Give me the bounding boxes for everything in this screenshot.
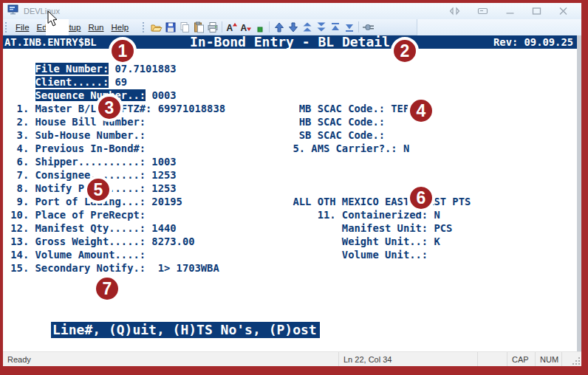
window-preview-icon[interactable] <box>477 7 488 16</box>
terminal-line: 10. Place of PreRecpt: 11. Containerized… <box>3 208 577 221</box>
terminal-line: 12. Manifest Qty.....: 1440 Manifest Uni… <box>3 221 577 235</box>
annotation-circle-6: 6 <box>407 184 435 212</box>
terminal-text: 10. Place of PreRecpt: 11. Containerized… <box>4 209 440 221</box>
record-icon[interactable] <box>253 21 267 34</box>
toolbar-empty-area <box>417 19 581 35</box>
status-cursor-position: Ln 22, Col 34 <box>339 352 478 366</box>
terminal-line: File Number: 07.7101883 <box>3 62 577 75</box>
terminal-text <box>4 76 35 88</box>
terminal-line: 4. Previous In-Bond#: 5. AMS Carrier?.: … <box>3 142 577 155</box>
status-ready: Ready <box>3 352 339 366</box>
copy-icon[interactable] <box>177 21 191 34</box>
terminal-line <box>3 49 577 62</box>
resize-grip[interactable] <box>571 352 581 366</box>
mouse-cursor-icon <box>47 11 58 30</box>
terminal-line: Sequence Number..: 0003 <box>3 89 577 102</box>
terminal-line: 3. Sub-House Number.: SB SCAC Code.: <box>3 128 577 142</box>
menu-items: FileEditSetupRunHelp <box>12 23 132 32</box>
screen-title: In-Bond Entry - BL Detail <box>190 35 390 49</box>
annotation-circle-1: 1 <box>109 37 137 65</box>
terminal-text: 12. Manifest Qty.....: 1440 Manifest Uni… <box>4 222 452 234</box>
terminal-text: 1. Master B/L or FTZ#: 69971018838 MB SC… <box>4 103 416 114</box>
toolbar-grip[interactable] <box>143 22 146 32</box>
minimize-button[interactable] <box>505 7 515 16</box>
terminal-text: 15. Secondary Notify.: 1> 1703WBA <box>4 262 219 274</box>
terminal-text: 69 <box>109 76 127 88</box>
menu-bar: FileEditSetupRunHelp AA <box>3 19 581 35</box>
menu-item-help[interactable]: Help <box>108 23 133 32</box>
toolbar-separator <box>222 21 222 32</box>
status-empty-cell <box>562 352 571 366</box>
svg-text:A: A <box>240 23 247 33</box>
scroll-bottom-icon[interactable] <box>342 21 356 34</box>
print-icon[interactable] <box>205 21 219 34</box>
status-num-lock: NUM <box>536 352 562 366</box>
annotation-circle-5: 5 <box>84 176 112 204</box>
page-down-icon[interactable] <box>314 21 328 34</box>
connect-icon[interactable] <box>361 21 375 34</box>
terminal-text: 0003 <box>146 89 177 101</box>
screen-program-name: AT.INB.ENTRY$BL <box>4 35 97 49</box>
prompt-line: Line#, (Q)uit, (H)TS No's, (P)ost <box>3 310 577 323</box>
page-up-icon[interactable] <box>300 21 314 34</box>
scroll-up-icon[interactable] <box>272 21 286 34</box>
highlighted-field-label: File Number: <box>35 63 109 75</box>
title-bar: DEVLinux <box>3 3 581 19</box>
terminal-text: 4. Previous In-Bond#: 5. AMS Carrier?.: … <box>4 142 409 154</box>
terminal-text: 6. Shipper..........: 1003 <box>4 156 177 168</box>
prompt-text: Line#, (Q)uit, (H)TS No's, (P)ost <box>51 322 320 338</box>
terminal-line: 6. Shipper..........: 1003 <box>3 155 577 168</box>
scroll-top-icon[interactable] <box>328 21 342 34</box>
terminal-line: 13. Gross Weight.....: 8273.00 Weight Un… <box>3 235 577 248</box>
terminal-body: File Number: 07.7101883 Client.....: 69 … <box>3 49 577 275</box>
scroll-down-icon[interactable] <box>286 21 300 34</box>
font-decrease-icon[interactable]: A <box>239 21 253 34</box>
font-increase-icon[interactable]: A <box>225 21 239 34</box>
annotation-circle-4: 4 <box>407 97 435 125</box>
close-button[interactable] <box>558 7 568 16</box>
toolbar-separator <box>358 21 359 32</box>
annotation-circle-3: 3 <box>95 94 123 122</box>
terminal-text <box>4 89 35 101</box>
terminal-text: 13. Gross Weight.....: 8273.00 Weight Un… <box>4 235 440 247</box>
terminal-text: 2. House Bill Number: HB SCAC Code.: <box>4 116 385 128</box>
status-empty-cell <box>478 352 507 366</box>
highlighted-field-label: Client.....: <box>35 76 109 88</box>
terminal-text: 9. Port of Lading...: 20195 ALL OTH MEXI… <box>4 196 471 207</box>
menu-item-file[interactable]: File <box>12 23 33 32</box>
annotation-circle-7: 7 <box>93 275 121 303</box>
menubar-grip[interactable] <box>5 22 8 32</box>
save-icon[interactable] <box>163 21 177 34</box>
terminal-text <box>4 63 35 75</box>
terminal-text: 3. Sub-House Number.: SB SCAC Code.: <box>4 129 385 141</box>
terminal-line: 2. House Bill Number: HB SCAC Code.: <box>3 115 577 128</box>
paste-icon[interactable] <box>191 21 205 34</box>
maximize-button[interactable] <box>532 7 541 16</box>
status-bar: Ready Ln 22, Col 34 CAP NUM <box>3 351 581 366</box>
terminal-text: 14. Volume Amount....: Volume Unit..: <box>4 249 428 261</box>
svg-text:A: A <box>226 23 233 33</box>
terminal-line: 1. Master B/L or FTZ#: 69971018838 MB SC… <box>3 102 577 115</box>
screen-revision: Rev: 09.09.25 <box>493 35 573 49</box>
app-monitor-icon <box>7 4 19 18</box>
status-caps-lock: CAP <box>507 352 536 366</box>
highlighted-field-label: Sequence Number..: <box>35 89 146 101</box>
split-view-icon[interactable] <box>449 7 460 16</box>
toolbar-separator <box>269 21 270 32</box>
screen-header-bar: AT.INB.ENTRY$BL In-Bond Entry - BL Detai… <box>3 35 577 49</box>
open-icon[interactable] <box>149 21 163 34</box>
terminal-blank-area <box>3 275 577 310</box>
toolbar: AA <box>149 19 375 35</box>
app-window: DEVLinux FileEditSetupRunHelp AA <box>0 0 588 375</box>
terminal-line: 14. Volume Amount....: Volume Unit..: <box>3 248 577 261</box>
annotation-circle-2: 2 <box>391 37 419 65</box>
terminal-line: Client.....: 69 <box>3 75 577 89</box>
terminal-line: 15. Secondary Notify.: 1> 1703WBA <box>3 261 577 275</box>
menu-item-run[interactable]: Run <box>84 23 107 32</box>
